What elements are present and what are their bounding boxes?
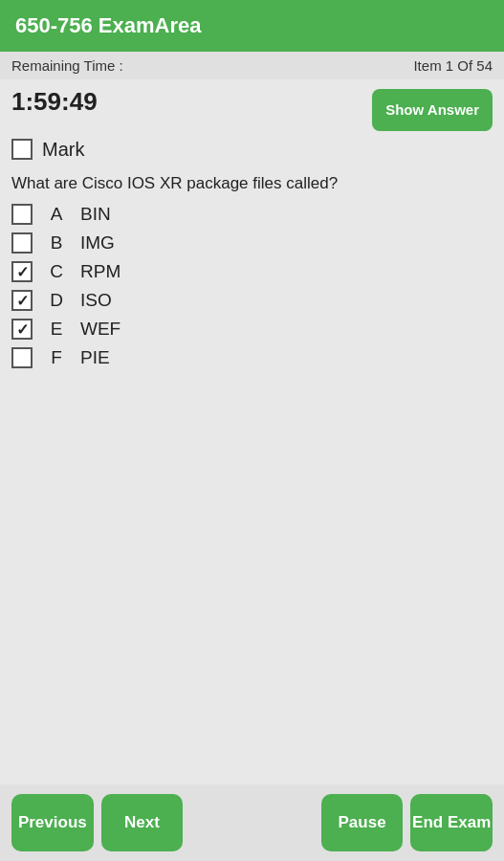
show-answer-button[interactable]: Show Answer: [372, 89, 493, 131]
option-text-b: IMG: [80, 232, 115, 254]
option-row: DISO: [11, 286, 493, 315]
option-row: FPIE: [11, 343, 493, 372]
content-area: 1:59:49 Show Answer Mark What are Cisco …: [0, 79, 504, 784]
option-text-a: BIN: [80, 204, 111, 225]
option-text-e: WEF: [80, 319, 121, 340]
footer-spacer: [190, 794, 313, 851]
mark-row: Mark: [11, 139, 493, 161]
pause-button[interactable]: Pause: [321, 794, 404, 851]
option-letter-f: F: [46, 347, 67, 368]
option-letter-e: E: [46, 319, 67, 340]
option-letter-a: A: [46, 204, 67, 225]
option-checkbox-f[interactable]: [11, 347, 33, 368]
options-list: ABINBIMGCRPMDISOEWEFFPIE: [11, 200, 493, 372]
app-title: 650-756 ExamArea: [15, 13, 201, 37]
mark-checkbox[interactable]: [11, 139, 33, 160]
timer-display: 1:59:49: [11, 89, 98, 114]
option-letter-d: D: [46, 290, 67, 311]
option-row: CRPM: [11, 257, 493, 286]
option-row: ABIN: [11, 200, 493, 229]
sub-header: Remaining Time : Item 1 Of 54: [0, 52, 504, 79]
option-row: EWEF: [11, 315, 493, 343]
footer: Previous Next Pause End Exam: [0, 784, 504, 861]
option-text-f: PIE: [80, 347, 110, 368]
option-checkbox-d[interactable]: [11, 290, 33, 311]
option-checkbox-a[interactable]: [11, 204, 33, 225]
mark-label: Mark: [42, 139, 84, 161]
app-header: 650-756 ExamArea: [0, 0, 504, 52]
option-letter-c: C: [46, 261, 67, 282]
option-text-d: ISO: [80, 290, 112, 311]
previous-button[interactable]: Previous: [11, 794, 94, 851]
timer-row: 1:59:49 Show Answer: [11, 89, 493, 131]
end-exam-button[interactable]: End Exam: [410, 794, 493, 851]
option-checkbox-e[interactable]: [11, 319, 33, 340]
option-letter-b: B: [46, 232, 67, 254]
option-row: BIMG: [11, 229, 493, 257]
question-text: What are Cisco IOS XR package files call…: [11, 172, 493, 195]
option-text-c: RPM: [80, 261, 121, 282]
next-button[interactable]: Next: [101, 794, 184, 851]
option-checkbox-c[interactable]: [11, 261, 33, 282]
remaining-time-label: Remaining Time :: [11, 57, 123, 74]
item-counter: Item 1 Of 54: [413, 57, 493, 74]
option-checkbox-b[interactable]: [11, 232, 33, 254]
